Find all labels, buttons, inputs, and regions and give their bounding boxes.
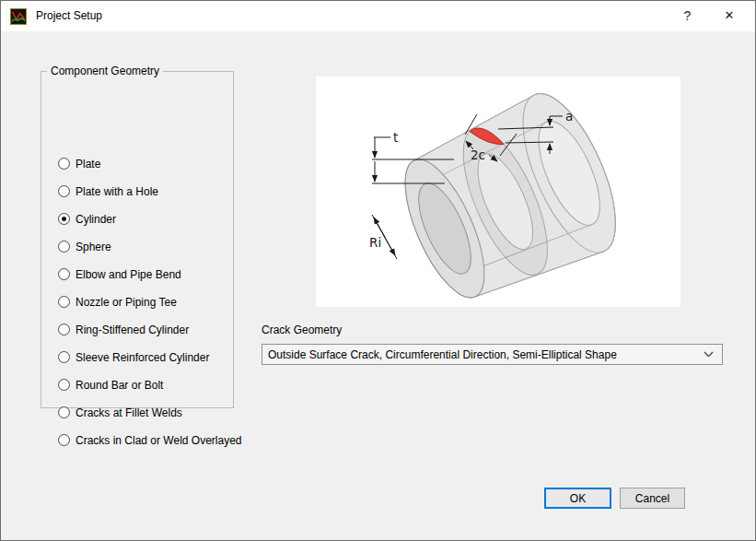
dim-label-2c: 2c <box>471 147 485 162</box>
project-setup-dialog: Project Setup ? ✕ Component Geometry Pla… <box>0 0 756 541</box>
radio-icon <box>58 241 70 253</box>
radio-option-cylinder[interactable]: Cylinder <box>58 211 116 227</box>
radio-icon <box>58 434 70 446</box>
radio-icon <box>58 213 70 225</box>
ok-button[interactable]: OK <box>544 488 611 509</box>
radio-option-sphere[interactable]: Sphere <box>58 239 111 254</box>
crack-geometry-label: Crack Geometry <box>262 323 342 336</box>
close-button[interactable]: ✕ <box>708 1 750 30</box>
chevron-down-icon <box>704 351 714 358</box>
dim-label-t: t <box>393 130 398 145</box>
dim-label-ri: Ri <box>369 235 381 250</box>
radio-option-plate[interactable]: Plate <box>58 156 100 171</box>
radio-icon <box>58 185 70 197</box>
component-geometry-groupbox: Component Geometry Plate Plate with a Ho… <box>41 71 234 408</box>
crack-geometry-dropdown[interactable]: Outside Surface Crack, Circumferential D… <box>262 344 723 365</box>
radio-icon <box>58 323 70 335</box>
radio-option-cracks-fillet-welds[interactable]: Cracks at Fillet Welds <box>58 405 182 420</box>
radio-option-ring-stiffened-cylinder[interactable]: Ring-Stiffened Cylinder <box>58 322 189 337</box>
dim-label-a: a <box>565 109 573 123</box>
radio-icon <box>58 406 70 418</box>
radio-option-elbow-pipe-bend[interactable]: Elbow and Pipe Bend <box>58 266 181 282</box>
cylinder-crack-diagram: t a 2c Ri <box>316 76 680 307</box>
help-button[interactable]: ? <box>667 1 708 30</box>
radio-icon <box>58 296 70 308</box>
radio-icon <box>58 351 70 363</box>
radio-option-sleeve-reinforced-cylinder[interactable]: Sleeve Reinforced Cylinder <box>58 349 209 365</box>
title-bar: Project Setup ? ✕ <box>1 1 755 31</box>
groupbox-label: Component Geometry <box>47 65 163 77</box>
radio-option-nozzle-piping-tee[interactable]: Nozzle or Piping Tee <box>58 294 177 310</box>
cancel-button[interactable]: Cancel <box>620 488 685 509</box>
radio-option-round-bar-bolt[interactable]: Round Bar or Bolt <box>58 377 163 393</box>
radio-icon <box>58 268 70 280</box>
crack-geometry-value: Outside Surface Crack, Circumferential D… <box>262 348 704 361</box>
app-icon <box>10 8 27 25</box>
radio-icon <box>58 379 70 391</box>
radio-option-cracks-clad-weld-overlayed[interactable]: Cracks in Clad or Weld Overlayed <box>58 432 242 448</box>
radio-option-plate-with-hole[interactable]: Plate with a Hole <box>58 183 158 199</box>
radio-icon <box>58 158 70 170</box>
window-title: Project Setup <box>36 1 102 30</box>
